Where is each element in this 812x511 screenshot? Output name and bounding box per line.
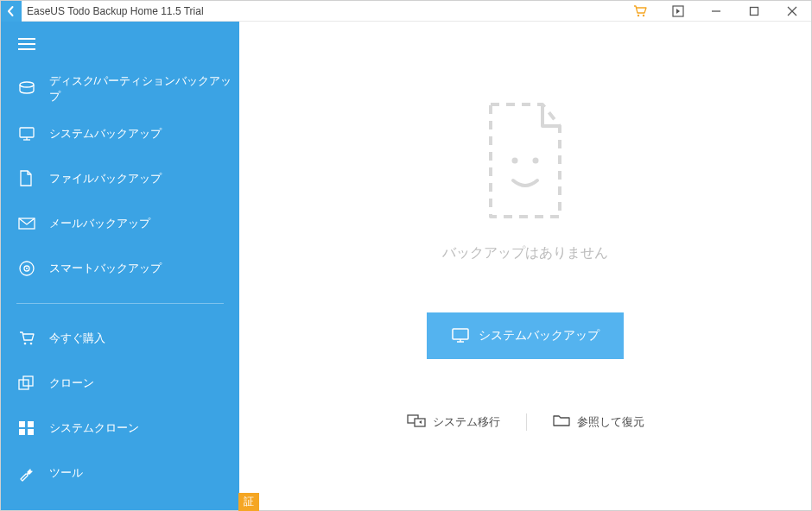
sidebar-item-disk-backup[interactable]: ディスク/パーティションバックアップ xyxy=(1,66,239,111)
close-button[interactable] xyxy=(773,1,811,21)
titlebar: EaseUS Todo Backup Home 11.5 Trial xyxy=(1,1,811,22)
sidebar-item-label: ファイルバックアップ xyxy=(41,171,162,186)
svg-rect-24 xyxy=(19,429,25,435)
window-controls xyxy=(621,1,811,21)
sidebar-item-buy-now[interactable]: 今すぐ購入 xyxy=(1,316,239,361)
sidebar-separator xyxy=(16,303,224,304)
sidebar-item-system-clone[interactable]: システムクローン xyxy=(1,406,239,451)
sidebar-item-label: ツール xyxy=(41,465,83,481)
disk-icon xyxy=(18,81,41,97)
log-icon[interactable] xyxy=(659,1,697,21)
file-icon xyxy=(18,170,41,187)
svg-point-10 xyxy=(20,82,34,87)
svg-point-0 xyxy=(638,14,639,16)
window-title: EaseUS Todo Backup Home 11.5 Trial xyxy=(22,5,621,17)
folder-icon xyxy=(553,413,570,430)
empty-illustration xyxy=(473,96,577,229)
browse-restore-button[interactable]: 参照して復元 xyxy=(527,413,670,430)
browse-restore-label: 参照して復元 xyxy=(577,414,644,430)
sidebar-item-label: 今すぐ購入 xyxy=(41,331,105,346)
sidebar-item-file-backup[interactable]: ファイルバックアップ xyxy=(1,156,239,201)
system-transfer-button[interactable]: システム移行 xyxy=(381,413,526,431)
hamburger-menu[interactable] xyxy=(1,22,239,66)
main-content: バックアップはありません システムバックアップ システム移行 参照して復元 xyxy=(239,22,811,511)
system-clone-icon xyxy=(18,420,41,436)
sidebar-item-label: システムクローン xyxy=(41,420,139,436)
sidebar-item-label: ディスク/パーティションバックアップ xyxy=(41,73,239,104)
app-icon xyxy=(1,1,22,22)
svg-rect-25 xyxy=(28,429,34,435)
system-icon xyxy=(18,126,41,142)
sidebar-item-system-backup[interactable]: システムバックアップ xyxy=(1,111,239,156)
transfer-icon xyxy=(407,413,426,431)
mail-icon xyxy=(18,218,41,230)
maximize-button[interactable] xyxy=(735,1,773,21)
svg-point-26 xyxy=(512,158,518,164)
svg-point-19 xyxy=(30,343,33,345)
sidebar-item-label: クローン xyxy=(41,375,94,391)
empty-state-text: バックアップはありません xyxy=(442,244,608,262)
sidebar: ディスク/パーティションバックアップ システムバックアップ ファイルバックアップ… xyxy=(1,22,239,511)
system-backup-button[interactable]: システムバックアップ xyxy=(427,312,624,359)
sidebar-menu-secondary: 今すぐ購入 クローン システムクローン ツール xyxy=(1,316,239,495)
cart-icon xyxy=(18,331,41,346)
sidebar-item-label: スマートバックアップ xyxy=(41,261,162,276)
svg-point-18 xyxy=(24,343,27,345)
sidebar-item-clone[interactable]: クローン xyxy=(1,361,239,406)
primary-button-label: システムバックアップ xyxy=(479,328,599,344)
smart-icon xyxy=(18,260,41,277)
sidebar-menu-primary: ディスク/パーティションバックアップ システムバックアップ ファイルバックアップ… xyxy=(1,66,239,291)
svg-rect-22 xyxy=(19,421,25,427)
sidebar-item-mail-backup[interactable]: メールバックアップ xyxy=(1,201,239,246)
wrench-icon xyxy=(18,464,41,482)
sidebar-item-label: システムバックアップ xyxy=(41,126,162,142)
svg-rect-4 xyxy=(751,7,758,15)
system-transfer-label: システム移行 xyxy=(433,414,500,430)
svg-point-1 xyxy=(643,14,644,16)
svg-rect-28 xyxy=(453,329,468,339)
sidebar-item-tools[interactable]: ツール xyxy=(1,451,239,495)
svg-rect-23 xyxy=(28,421,34,427)
secondary-actions: システム移行 参照して復元 xyxy=(381,413,670,431)
clone-icon xyxy=(18,375,41,391)
svg-rect-11 xyxy=(20,128,34,137)
sidebar-item-label: メールバックアップ xyxy=(41,216,150,231)
sidebar-item-smart-backup[interactable]: スマートバックアップ xyxy=(1,246,239,291)
svg-point-17 xyxy=(26,268,28,269)
minimize-button[interactable] xyxy=(697,1,735,21)
svg-point-27 xyxy=(533,158,539,164)
cart-icon[interactable] xyxy=(621,1,659,21)
system-icon xyxy=(451,327,470,345)
